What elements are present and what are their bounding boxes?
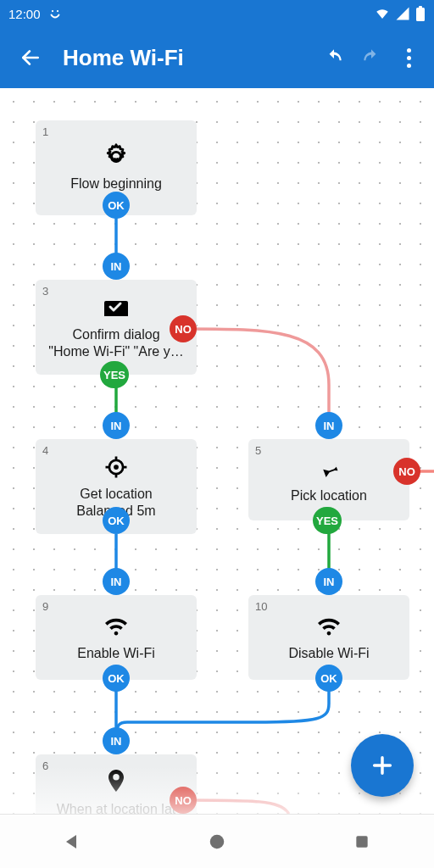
nav-recent-button[interactable]	[342, 821, 382, 862]
location-pin-icon	[101, 769, 131, 796]
block-label: Flow beginning	[70, 175, 162, 192]
port-yes[interactable]: YES	[100, 361, 129, 388]
block-number: 10	[255, 600, 267, 613]
status-bar: 12:00	[0, 0, 434, 27]
port-in[interactable]: IN	[315, 568, 342, 595]
svg-point-7	[114, 465, 119, 470]
block-number: 4	[42, 444, 48, 457]
wifi-icon	[101, 613, 131, 640]
svg-rect-9	[356, 836, 367, 847]
wifi-icon	[314, 613, 344, 640]
port-in[interactable]: IN	[315, 412, 342, 439]
port-yes[interactable]: YES	[313, 507, 342, 534]
pin-icon	[314, 455, 344, 482]
block-number: 9	[42, 600, 48, 613]
battery-icon	[415, 6, 426, 21]
block-number: 1	[42, 125, 48, 138]
block-number: 6	[42, 760, 48, 772]
port-no[interactable]: NO	[170, 787, 197, 814]
port-ok[interactable]: OK	[103, 507, 130, 534]
port-in[interactable]: IN	[103, 412, 130, 439]
svg-point-0	[51, 10, 53, 12]
location-crosshair-icon	[101, 453, 131, 481]
android-nav-bar	[0, 814, 434, 868]
port-in[interactable]: IN	[103, 727, 130, 754]
block-number: 3	[42, 285, 48, 298]
port-ok[interactable]: OK	[103, 192, 130, 219]
svg-rect-3	[419, 6, 422, 8]
port-no[interactable]: NO	[170, 315, 197, 342]
nav-home-button[interactable]	[197, 821, 237, 862]
svg-rect-2	[416, 8, 425, 21]
svg-point-1	[56, 10, 58, 12]
block-label: Get location	[80, 486, 152, 503]
back-button[interactable]	[14, 41, 47, 75]
port-ok[interactable]: OK	[103, 665, 130, 692]
port-no[interactable]: NO	[393, 458, 420, 485]
block-label: Disable Wi-Fi	[288, 645, 369, 662]
svg-point-8	[210, 834, 225, 849]
page-title: Home Wi-Fi	[63, 45, 184, 71]
undo-button[interactable]	[315, 39, 353, 76]
block-sublabel: "Home Wi-Fi" "Are y…	[48, 343, 183, 360]
app-bar: Home Wi-Fi	[0, 27, 434, 88]
overflow-menu-button[interactable]	[390, 39, 427, 76]
block-number: 5	[255, 444, 261, 457]
add-block-fab[interactable]	[351, 734, 414, 797]
clock: 12:00	[8, 7, 41, 21]
flow-canvas[interactable]: 1 Flow beginning OK IN 3 Confirm dialog …	[0, 88, 434, 868]
dialog-confirm-icon	[101, 294, 131, 321]
block-label: Enable Wi-Fi	[77, 645, 155, 662]
port-in[interactable]: IN	[103, 568, 130, 595]
smile-icon	[47, 6, 63, 21]
port-in[interactable]: IN	[103, 253, 130, 280]
cell-signal-icon	[395, 6, 410, 21]
gear-icon	[101, 143, 131, 170]
port-ok[interactable]: OK	[315, 665, 342, 692]
wifi-icon	[375, 6, 390, 21]
block-label: Confirm dialog	[72, 326, 159, 343]
svg-rect-5	[104, 311, 128, 316]
block-label: Pick location	[291, 487, 367, 504]
redo-button	[353, 39, 390, 76]
nav-back-button[interactable]	[52, 821, 92, 862]
